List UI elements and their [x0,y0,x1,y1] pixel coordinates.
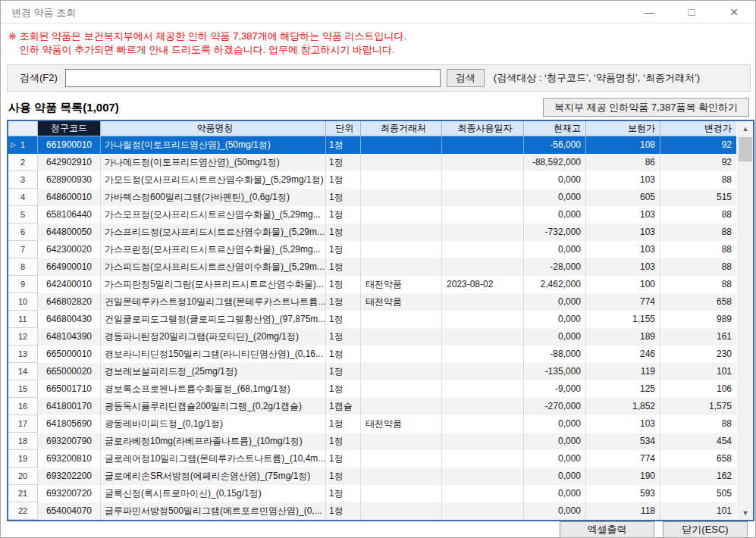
last-used-date-cell [442,224,524,241]
table-row[interactable]: 4 648600010 가바렉스정600밀리그램(가바펜틴)_(0,6g/1정)… [8,189,736,206]
unit-cell: 1정 [326,363,361,380]
drug-name-cell: 가스피란정5밀리그람(모사프리드시트르산염수화물)... [101,276,326,293]
search-button[interactable]: 검색 [447,69,485,87]
scrollbar-thumb[interactable] [739,137,752,161]
insurance-price-cell: 605 [586,189,660,206]
unit-cell: 1정 [326,311,361,328]
drug-name-cell: 경보라니티딘정150밀리그램(라니티딘염산염)_(0,16... [101,346,326,363]
table-row[interactable]: 10 646802820 건일몬테루카스트정10밀리그램(몬테루카스트나트륨..… [8,293,736,311]
table-header-row: 청구코드 약품명칭 단위 최종거래처 최종사용일자 현재고 보험가 변경가 [8,121,736,136]
changed-price-cell: 88 [660,171,736,189]
search-label: 검색(F2) [20,71,58,85]
header-insurance-price[interactable]: 보험가 [586,121,660,136]
last-vendor-cell [361,311,442,328]
table-row[interactable]: 21 693200720 글록신정(록시트로마이신)_(0,15g/1정) 1정… [8,485,736,502]
unit-cell: 1정 [326,433,361,450]
vertical-scrollbar[interactable]: ▲ ▼ [736,121,753,520]
insurance-price-cell: 108 [586,136,660,154]
header-current-stock[interactable]: 현재고 [524,121,586,136]
drug-name-cell: 광동레바미피드정_(0,1g/1정) [101,415,326,433]
drug-name-cell: 경동파니틴정20밀리그램(파모티딘)_(20mg/1정) [101,328,326,346]
close-icon[interactable]: ✕ [713,1,755,23]
changed-price-cell: 101 [660,502,736,520]
table-row[interactable]: 14 665000020 경보레보설피리드정_(25mg/1정) 1정 -135… [8,363,736,380]
table-row[interactable]: 19 693200810 글로레어정10밀리그램(몬테루카스트나트륨)_(10,… [8,450,736,468]
unit-cell: 1정 [326,258,361,276]
current-stock-cell: -135,000 [524,363,586,380]
last-used-date-cell [442,502,524,520]
table-row[interactable]: 3 628900930 가모드정(모사프리드시트르산염수화물)_(5,29mg/… [8,171,736,189]
claim-code-cell: 644800050 [38,224,101,241]
table-row[interactable]: 7 642300020 가스프린정(모사프리드시트르산염수화물)_(5,29mg… [8,241,736,258]
insurance-price-cell: 103 [586,171,660,189]
changed-price-cell: 92 [660,136,736,154]
header-last-vendor[interactable]: 최종거래처 [361,121,442,136]
search-input[interactable] [65,69,441,87]
last-vendor-cell [361,398,442,415]
scroll-up-icon[interactable]: ▲ [737,121,754,136]
table-row[interactable]: 2 642902910 가나메드정(이토프리드염산염)_(50mg/1정) 1정… [8,154,736,171]
excel-export-button[interactable]: 엑셀출력 [560,521,654,538]
header-changed-price[interactable]: 변경가 [660,121,736,136]
header-drug-name[interactable]: 약품명칭 [101,121,326,136]
claim-code-cell: 693200810 [38,450,101,468]
row-number: 16 [18,402,27,411]
table-row[interactable]: 13 665000010 경보라니티딘정150밀리그램(라니티딘염산염)_(0,… [8,346,736,363]
current-stock-cell: 0,000 [524,433,586,450]
table-row[interactable]: 6 644800050 가스프리드정(모사프리드시트르산염수화물)_(5,29m… [8,224,736,241]
table-row[interactable]: 9 642400010 가스피란정5밀리그람(모사프리드시트르산염수화물)...… [8,276,736,293]
row-number: 1 [20,140,25,149]
row-number-cell: 21 [8,485,38,502]
last-vendor-cell [361,346,442,363]
row-number-cell: ▷1 [8,136,38,154]
ministry-list-confirm-button[interactable]: 복지부 제공 인하약품 7,387품목 확인하기 [543,98,749,117]
table-row[interactable]: 16 641800170 광동독시플루리딘캡슐200밀리그램_(0,2g/1캡슐… [8,398,736,415]
table-row[interactable]: 18 693200790 글로라베정10mg(라베프라졸나트륨)_(10mg/1… [8,433,736,450]
row-number-cell: 14 [8,363,38,380]
table-row[interactable]: ▷1 661900010 가나릴정(이토프리드염산염)_(50mg/1정) 1정… [8,136,736,154]
claim-code-cell: 664900010 [38,258,101,276]
last-vendor-cell [361,468,442,485]
table-row[interactable]: 12 648104390 경동파니틴정20밀리그램(파모티딘)_(20mg/1정… [8,328,736,346]
insurance-price-cell: 103 [586,258,660,276]
current-stock-cell: -88,592,000 [524,154,586,171]
table-row[interactable]: 8 664900010 가스피드정(모사프리드시트르산염이수화물)_(5,29m… [8,258,736,276]
current-stock-cell: 0,000 [524,502,586,520]
changed-price-cell: 658 [660,293,736,311]
header-last-used-date[interactable]: 최종사용일자 [442,121,524,136]
row-number: 2 [20,158,25,167]
insurance-price-cell: 774 [586,450,660,468]
last-vendor-cell [361,502,442,520]
row-number-cell: 9 [8,276,38,293]
close-esc-button[interactable]: 닫기(ESC) [663,521,748,538]
claim-code-cell: 646800430 [38,311,101,328]
claim-code-cell: 628900930 [38,171,101,189]
row-number-cell: 7 [8,241,38,258]
unit-cell: 1정 [326,206,361,224]
maximize-button[interactable]: □ [670,1,713,23]
table-row[interactable]: 11 646800430 건일클로피도그렐정(클로피도그렐황산염)_(97,87… [8,311,736,328]
notice-line-1: ※ 조회된 약품은 보건복지부에서 제공한 인하 약품 7,387개에 해당하는… [8,30,406,43]
header-unit[interactable]: 단위 [326,121,361,136]
table-row[interactable]: 20 693202200 글로에리손SR서방정(에페리손염산염)_(75mg/1… [8,468,736,485]
scroll-down-icon[interactable]: ▼ [737,505,754,520]
claim-code-cell: 665000010 [38,346,101,363]
minimize-button[interactable]: — [628,1,670,23]
table-row[interactable]: 17 641805690 광동레바미피드정_(0,1g/1정) 1정 태전약품 … [8,415,736,433]
search-groupbox: 검색(F2) 검색 (검색대상 : ‘청구코드’, ‘약품명칭’, ‘최종거래처… [7,64,751,92]
last-used-date-cell [442,398,524,415]
current-stock-cell: 0,000 [524,241,586,258]
table-row[interactable]: 22 654004070 글루파민서방정500밀리그램(메트포르민염산염)_(0… [8,502,736,520]
table-row[interactable]: 15 665001710 경보록소프로펜나트륨수화물정_(68,1mg/1정) … [8,380,736,398]
unit-cell: 1정 [326,154,361,171]
table-row[interactable]: 5 658106440 가스모프정(모사프리드시트르산염수화물)_(5,29mg… [8,206,736,224]
row-number: 20 [18,471,27,480]
row-number-cell: 11 [8,311,38,328]
header-claim-code[interactable]: 청구코드 [38,121,101,136]
row-number: 6 [20,227,25,236]
unit-cell: 1정 [326,276,361,293]
claim-code-cell: 641800170 [38,398,101,415]
last-used-date-cell [442,293,524,311]
unit-cell: 1정 [326,136,361,154]
current-stock-cell: -56,000 [524,136,586,154]
